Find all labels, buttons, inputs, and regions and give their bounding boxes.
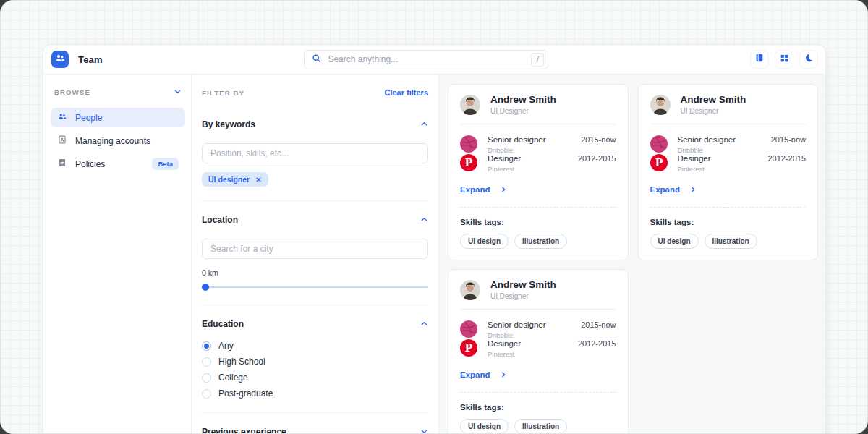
distance-value-label: 0 km: [202, 268, 428, 277]
avatar: [650, 95, 671, 115]
app-body: BROWSE People: [43, 75, 825, 434]
expand-button[interactable]: Expand: [460, 368, 616, 381]
keywords-section-header[interactable]: By keywords: [202, 118, 428, 131]
keyword-tag-label: UI designer: [208, 175, 250, 184]
radio-option-college[interactable]: College: [202, 373, 428, 383]
radio-label: Any: [218, 341, 234, 351]
radio-option-high-school[interactable]: High School: [202, 357, 428, 367]
dark-mode-button[interactable]: [799, 50, 818, 69]
city-search-input[interactable]: Search for a city: [202, 239, 428, 259]
experience-title: Desinger: [488, 339, 568, 348]
education-section-header[interactable]: Education: [202, 318, 428, 331]
dashed-divider: [460, 392, 616, 393]
grid-view-button[interactable]: [775, 50, 793, 69]
skill-tag[interactable]: UI design: [460, 419, 509, 434]
app-logo[interactable]: [51, 51, 69, 68]
skills-label: Skills tags:: [460, 218, 616, 226]
radio-icon[interactable]: [202, 373, 211, 383]
keyword-tag-ui-designer[interactable]: UI designer ✕: [202, 172, 268, 187]
person-card[interactable]: Andrew Smith UI Designer Senior designer: [448, 84, 629, 260]
location-section-header[interactable]: Location: [202, 213, 428, 226]
remove-tag-icon[interactable]: ✕: [255, 176, 261, 184]
experience-title: Desinger: [678, 154, 758, 163]
filter-by-label: FILTER BY: [202, 89, 244, 97]
skills-tags: UI design Illustration: [460, 419, 616, 434]
distance-slider[interactable]: [202, 284, 428, 291]
card-header: Andrew Smith UI Designer: [460, 279, 616, 300]
pinterest-icon: P: [650, 154, 668, 171]
experience-title: Desinger: [488, 154, 568, 163]
experience-list: Senior designer Dribbble 2015-now P Des: [650, 135, 807, 173]
sidebar-item-managing-accounts[interactable]: Managing accounts: [51, 131, 185, 150]
sidebar-item-policies[interactable]: Policies Beta: [51, 154, 185, 174]
divider: [460, 124, 616, 124]
svg-text:P: P: [465, 156, 473, 169]
keywords-title: By keywords: [202, 119, 255, 129]
expand-label: Expand: [460, 370, 490, 379]
experience-title: Senior designer: [488, 320, 571, 329]
search-wrap: Search anything... /: [103, 50, 750, 69]
location-title: Location: [202, 215, 238, 225]
experience-info: Senior designer Dribbble: [488, 320, 571, 339]
experience-info: Desinger Pinterest: [488, 154, 568, 173]
chevron-right-icon: [500, 183, 507, 196]
divider: [202, 412, 428, 413]
person-card[interactable]: Andrew Smith UI Designer Senior designer: [448, 269, 629, 434]
radio-label: High School: [218, 357, 265, 367]
person-name: Andrew Smith: [681, 94, 746, 105]
skill-tag[interactable]: UI design: [460, 234, 509, 249]
book-icon: [57, 158, 67, 170]
browse-section-header[interactable]: BROWSE: [51, 85, 185, 98]
keywords-placeholder: Position, skills, etc...: [210, 148, 289, 158]
experience-title: Senior designer: [678, 135, 761, 144]
journal-icon: [754, 53, 765, 66]
experience-period: 2015-now: [581, 135, 616, 144]
person-card[interactable]: Andrew Smith UI Designer Senior designer: [638, 84, 819, 260]
svg-text:P: P: [655, 156, 663, 169]
expand-button[interactable]: Expand: [650, 183, 807, 196]
experience-company: Pinterest: [678, 165, 758, 173]
experience-row: P Desinger Pinterest 2012-2015: [460, 154, 616, 173]
expand-button[interactable]: Expand: [460, 183, 616, 196]
city-search-placeholder: Search for a city: [210, 244, 273, 254]
keywords-input[interactable]: Position, skills, etc...: [202, 143, 428, 163]
experience-info: Senior designer Dribbble: [488, 135, 571, 154]
slider-thumb[interactable]: [202, 284, 209, 291]
skill-tag[interactable]: Illustration: [514, 419, 567, 434]
pinterest-icon: P: [460, 154, 477, 171]
sidebar-item-people[interactable]: People: [51, 108, 185, 127]
radio-icon[interactable]: [202, 357, 211, 367]
chevron-right-icon: [689, 183, 697, 196]
experience-period: 2012-2015: [578, 154, 616, 163]
clear-filters-link[interactable]: Clear filters: [384, 88, 428, 97]
sidebar: BROWSE People: [43, 75, 191, 434]
skill-tag[interactable]: UI design: [650, 234, 699, 249]
journal-button[interactable]: [750, 50, 769, 69]
person-role: UI Designer: [681, 107, 746, 115]
radio-option-post-graduate[interactable]: Post-graduate: [202, 388, 428, 399]
previous-experience-section-header[interactable]: Previous experience: [202, 425, 428, 434]
chevron-up-icon: [420, 118, 428, 131]
grid-icon: [780, 53, 789, 66]
dashed-divider: [460, 207, 616, 208]
sidebar-item-label: Managing accounts: [75, 136, 150, 146]
radio-icon[interactable]: [202, 389, 211, 399]
person-role: UI Designer: [490, 107, 556, 115]
experience-company: Dribbble: [678, 146, 761, 154]
sidebar-item-label: Policies: [75, 159, 105, 169]
skill-tag[interactable]: Illustration: [514, 234, 567, 249]
radio-checked-icon[interactable]: [202, 341, 211, 351]
experience-list: Senior designer Dribbble 2015-now P Des: [460, 320, 616, 358]
skill-tag[interactable]: Illustration: [705, 234, 757, 249]
chevron-right-icon: [500, 368, 507, 381]
filter-header: FILTER BY Clear filters: [202, 88, 428, 97]
radio-option-any[interactable]: Any: [202, 341, 428, 351]
experience-row: P Desinger Pinterest 2012-2015: [460, 339, 616, 358]
search-input[interactable]: Search anything... /: [304, 50, 548, 69]
id-badge-icon: [57, 135, 67, 147]
sidebar-item-label: People: [75, 113, 102, 123]
divider: [460, 309, 616, 310]
card-identity: Andrew Smith UI Designer: [490, 279, 556, 300]
experience-period: 2015-now: [581, 320, 616, 329]
skills-label: Skills tags:: [460, 403, 616, 412]
